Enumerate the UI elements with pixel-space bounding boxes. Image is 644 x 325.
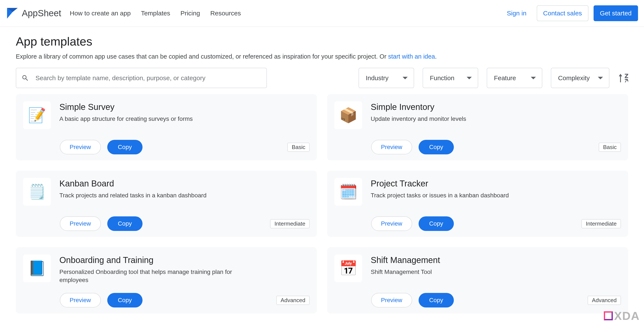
template-icon: 📅 xyxy=(334,254,362,282)
nav-how-to-create[interactable]: How to create an app xyxy=(70,10,131,17)
chevron-down-icon xyxy=(598,77,603,79)
watermark-text: XDA xyxy=(614,309,640,322)
search-input[interactable] xyxy=(16,68,267,88)
copy-button[interactable]: Copy xyxy=(107,140,142,154)
template-title: Simple Inventory xyxy=(371,102,466,112)
copy-button[interactable]: Copy xyxy=(418,216,454,231)
page-title: App templates xyxy=(16,35,628,48)
search-icon xyxy=(21,74,29,82)
template-description: Track projects and related tasks in a ka… xyxy=(60,191,206,199)
template-card: 🗓️ Project Tracker Track project tasks o… xyxy=(327,171,628,237)
chevron-down-icon xyxy=(531,77,536,79)
template-title: Simple Survey xyxy=(60,102,193,112)
template-title: Onboarding and Training xyxy=(60,255,245,265)
chevron-down-icon xyxy=(467,77,472,79)
search-field-wrapper xyxy=(16,68,267,88)
template-description: A basic app structure for creating surve… xyxy=(60,115,193,123)
nav-resources[interactable]: Resources xyxy=(210,10,241,17)
complexity-badge: Advanced xyxy=(276,296,310,305)
template-icon: 📝 xyxy=(23,101,51,129)
template-card: 📦 Simple Inventory Update inventory and … xyxy=(327,94,628,160)
nav-pricing[interactable]: Pricing xyxy=(180,10,200,17)
industry-dropdown[interactable]: Industry xyxy=(358,68,414,88)
complexity-badge: Basic xyxy=(599,143,621,152)
top-header: AppSheet How to create an app Templates … xyxy=(0,0,644,27)
function-dropdown[interactable]: Function xyxy=(423,68,478,88)
template-icon: 🗒️ xyxy=(23,178,51,206)
template-title: Kanban Board xyxy=(60,179,206,188)
template-icon: 🗓️ xyxy=(334,178,362,206)
complexity-badge: Advanced xyxy=(588,296,621,305)
nav-templates[interactable]: Templates xyxy=(141,10,170,17)
template-card: 📅 Shift Management Shift Management Tool… xyxy=(327,247,628,313)
template-icon: 📘 xyxy=(23,254,51,282)
sort-alpha-button[interactable] xyxy=(618,73,628,83)
contact-sales-button[interactable]: Contact sales xyxy=(537,5,588,21)
feature-dropdown[interactable]: Feature xyxy=(487,68,542,88)
copy-button[interactable]: Copy xyxy=(107,216,142,231)
preview-button[interactable]: Preview xyxy=(371,140,412,154)
copy-button[interactable]: Copy xyxy=(418,293,454,307)
complexity-label: Complexity xyxy=(558,74,590,82)
subtitle-text: Explore a library of common app use case… xyxy=(16,53,388,60)
complexity-badge: Intermediate xyxy=(582,219,621,228)
start-with-idea-link[interactable]: start with an idea xyxy=(388,53,435,60)
template-description: Track project tasks or issues in a kanba… xyxy=(371,191,509,199)
template-card: 🗒️ Kanban Board Track projects and relat… xyxy=(16,171,317,237)
primary-nav: How to create an app Templates Pricing R… xyxy=(70,10,241,17)
filter-controls: Industry Function Feature Complexity xyxy=(16,68,628,88)
chevron-down-icon xyxy=(402,77,408,79)
complexity-badge: Intermediate xyxy=(270,219,310,228)
brand-logo[interactable]: AppSheet xyxy=(6,7,61,20)
template-title: Project Tracker xyxy=(371,179,509,188)
template-description: Personalized Onboarding tool that helps … xyxy=(60,268,245,284)
preview-button[interactable]: Preview xyxy=(371,216,412,231)
watermark: XDA xyxy=(604,309,640,322)
get-started-button[interactable]: Get started xyxy=(594,5,638,21)
header-actions: Sign in Contact sales Get started xyxy=(502,5,638,21)
filter-dropdowns: Industry Function Feature Complexity xyxy=(358,68,628,88)
template-icon: 📦 xyxy=(334,101,362,129)
function-label: Function xyxy=(430,74,454,82)
industry-label: Industry xyxy=(366,74,389,82)
complexity-dropdown[interactable]: Complexity xyxy=(551,68,610,88)
copy-button[interactable]: Copy xyxy=(107,293,142,307)
brand-name: AppSheet xyxy=(22,8,61,18)
appsheet-logo-icon xyxy=(6,7,19,20)
preview-button[interactable]: Preview xyxy=(371,293,412,307)
template-description: Shift Management Tool xyxy=(371,268,440,276)
feature-label: Feature xyxy=(494,74,516,82)
sort-alpha-icon xyxy=(618,73,628,83)
copy-button[interactable]: Copy xyxy=(418,140,454,154)
watermark-icon xyxy=(604,311,613,320)
preview-button[interactable]: Preview xyxy=(60,216,101,231)
subtitle-suffix: . xyxy=(435,53,437,60)
template-card: 📝 Simple Survey A basic app structure fo… xyxy=(16,94,317,160)
complexity-badge: Basic xyxy=(288,143,310,152)
template-description: Update inventory and monitor levels xyxy=(371,115,466,123)
page-body: App templates Explore a library of commo… xyxy=(0,27,644,325)
templates-grid: 📝 Simple Survey A basic app structure fo… xyxy=(16,94,628,313)
sign-in-link[interactable]: Sign in xyxy=(502,6,532,21)
template-title: Shift Management xyxy=(371,255,440,265)
preview-button[interactable]: Preview xyxy=(60,140,101,154)
preview-button[interactable]: Preview xyxy=(60,293,101,307)
template-card: 📘 Onboarding and Training Personalized O… xyxy=(16,247,317,313)
page-subtitle: Explore a library of common app use case… xyxy=(16,53,628,60)
